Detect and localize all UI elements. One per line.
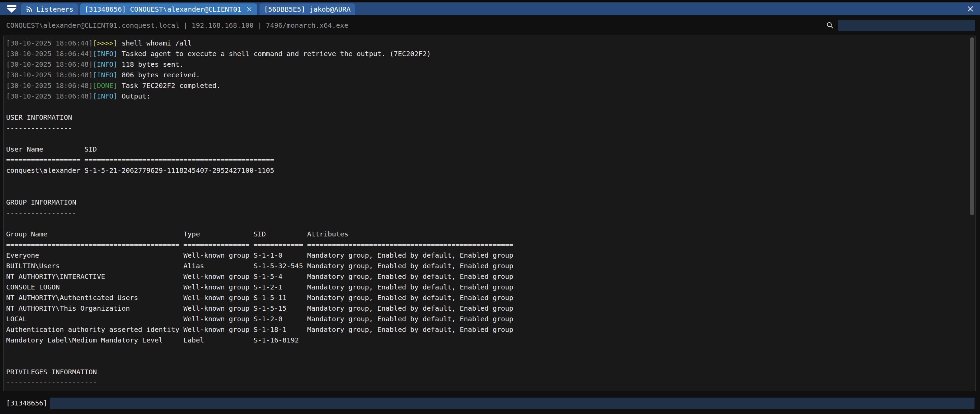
funnel-triangle: [7, 8, 16, 13]
search-area: [826, 20, 975, 31]
agent-info: CONQUEST\alexander@CLIENT01.conquest.loc…: [6, 21, 348, 29]
console-table-line: Mandatory Label\Medium Mandatory Level L…: [6, 335, 968, 346]
console-table-line: NT AUTHORITY\INTERACTIVE Well-known grou…: [6, 271, 968, 282]
console-table-line: ========================================…: [6, 240, 968, 250]
close-window-icon[interactable]: [966, 5, 975, 13]
scrollbar-thumb[interactable]: [970, 37, 974, 215]
console-output-line: USER INFORMATION: [6, 112, 968, 123]
console-log-line: [30-10-2025 18:06:44][>>>>] shell whoami…: [6, 38, 968, 49]
console-log-line: [30-10-2025 18:06:48][DONE] Task 7EC202F…: [6, 81, 968, 91]
console-output-line: GROUP INFORMATION: [6, 197, 968, 208]
close-tab-icon[interactable]: [246, 6, 253, 13]
console-table-line: NT AUTHORITY\Authenticated Users Well-kn…: [6, 293, 968, 303]
console-blank-line: [6, 102, 968, 112]
console-table-line: BUILTIN\Users Alias S-1-5-32-545 Mandato…: [6, 261, 968, 271]
console-log-line: [30-10-2025 18:06:44][INFO] Tasked agent…: [6, 49, 968, 59]
console-table-line: NT AUTHORITY\This Organization Well-know…: [6, 303, 968, 314]
scrollbar: [970, 37, 974, 390]
console-table-line: User Name SID: [6, 144, 968, 155]
broadcast-icon: [26, 5, 33, 13]
console-output-panel[interactable]: [30-10-2025 18:06:44][>>>>] shell whoami…: [3, 36, 975, 391]
console-blank-line: [6, 133, 968, 144]
tab-bar: Listeners [31348656] CONQUEST\alexander@…: [0, 2, 980, 15]
console-table-line: Authentication authority asserted identi…: [6, 324, 968, 335]
tab-label: [56DBB5E5] jakob@AURA: [264, 5, 351, 13]
console-blank-line: [6, 356, 968, 367]
search-icon: [826, 21, 834, 29]
agent-info-bar: CONQUEST\alexander@CLIENT01.conquest.loc…: [0, 15, 980, 36]
console-log-line: [30-10-2025 18:06:48][INFO] 118 bytes se…: [6, 59, 968, 70]
funnel-bar: [7, 5, 16, 7]
console-log-line: [30-10-2025 18:06:48][INFO] 806 bytes re…: [6, 70, 968, 81]
tab-listeners[interactable]: Listeners: [21, 3, 78, 15]
console-table-line: conquest\alexander S-1-5-21-2062779629-1…: [6, 165, 968, 176]
console-table-line: Everyone Well-known group S-1-1-0 Mandat…: [6, 250, 968, 261]
prompt-label: [31348656]: [6, 399, 47, 407]
console-table-line: LOCAL Well-known group S-1-2-0 Mandatory…: [6, 314, 968, 324]
command-prompt-bar: [31348656]: [0, 397, 980, 409]
console-output-line: ----------------: [6, 123, 968, 133]
console-log-line: [30-10-2025 18:06:48][INFO] Output:: [6, 91, 968, 102]
search-input[interactable]: [838, 20, 975, 31]
console-output-line: PRIVILEGES INFORMATION: [6, 367, 968, 378]
command-input[interactable]: [50, 398, 975, 409]
conquest-client-window: Listeners [31348656] CONQUEST\alexander@…: [0, 0, 980, 36]
console-table-line: CONSOLE LOGON Well-known group S-1-2-1 M…: [6, 282, 968, 293]
tab-label: [31348656] CONQUEST\alexander@CLIENT01: [84, 5, 242, 13]
tab-session-31348656[interactable]: [31348656] CONQUEST\alexander@CLIENT01: [80, 3, 257, 15]
console-blank-line: [6, 346, 968, 356]
console-table-line: ================== =====================…: [6, 155, 968, 165]
console-blank-line: [6, 218, 968, 229]
console-output-line: ----------------------: [6, 378, 968, 388]
window-top-strip: [0, 0, 980, 2]
console-table-line: Group Name Type SID Attributes: [6, 229, 968, 240]
tab-session-56dbb5e5[interactable]: [56DBB5E5] jakob@AURA: [259, 3, 355, 15]
console-lines: [30-10-2025 18:06:44][>>>>] shell whoami…: [6, 38, 968, 388]
tab-label: Listeners: [36, 5, 73, 13]
console-blank-line: [6, 186, 968, 197]
console-blank-line: [6, 176, 968, 186]
console-output-line: -----------------: [6, 208, 968, 218]
app-logo-funnel-icon: [4, 2, 19, 15]
